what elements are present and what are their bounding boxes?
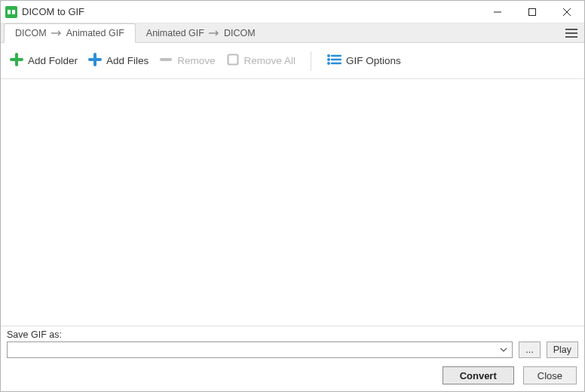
svg-point-20 bbox=[327, 58, 330, 61]
minus-icon bbox=[159, 53, 173, 69]
app-window: DICOM to GIF DICOM Animated GIF Animated… bbox=[0, 0, 585, 392]
square-icon bbox=[226, 53, 240, 69]
svg-rect-4 bbox=[529, 8, 536, 15]
save-path-combo[interactable] bbox=[7, 341, 513, 358]
button-label: GIF Options bbox=[346, 55, 401, 66]
tab-label-part: Animated GIF bbox=[146, 28, 204, 38]
close-window-button[interactable] bbox=[550, 1, 584, 23]
tab-label-part: DICOM bbox=[224, 28, 256, 38]
svg-rect-2 bbox=[12, 10, 15, 14]
svg-point-18 bbox=[327, 54, 330, 57]
button-label: Play bbox=[553, 345, 571, 355]
arrow-right-icon bbox=[51, 28, 62, 38]
plus-icon bbox=[88, 53, 102, 69]
tab-dicom-to-gif[interactable]: DICOM Animated GIF bbox=[4, 23, 136, 43]
tab-bar: DICOM Animated GIF Animated GIF DICOM bbox=[1, 23, 584, 43]
add-files-button[interactable]: Add Files bbox=[88, 53, 149, 69]
toolbar-separator bbox=[311, 51, 311, 71]
list-icon bbox=[326, 54, 342, 68]
remove-button[interactable]: Remove bbox=[159, 53, 215, 69]
button-label: Close bbox=[538, 370, 562, 381]
tab-label-part: DICOM bbox=[15, 28, 47, 38]
svg-rect-17 bbox=[228, 55, 237, 65]
menu-button[interactable] bbox=[559, 23, 584, 42]
button-label: Remove All bbox=[244, 55, 296, 66]
tab-label-part: Animated GIF bbox=[66, 28, 124, 38]
play-button[interactable]: Play bbox=[547, 341, 578, 358]
save-row: Save GIF as: ... Play bbox=[1, 326, 584, 364]
tab-gif-to-dicom[interactable]: Animated GIF DICOM bbox=[136, 23, 266, 42]
convert-button[interactable]: Convert bbox=[443, 366, 514, 384]
svg-rect-1 bbox=[8, 10, 11, 14]
save-controls: ... Play bbox=[7, 341, 578, 358]
save-label: Save GIF as: bbox=[7, 329, 578, 340]
arrow-right-icon bbox=[209, 28, 219, 38]
chevron-down-icon[interactable] bbox=[497, 343, 510, 357]
browse-button[interactable]: ... bbox=[519, 341, 540, 358]
svg-rect-0 bbox=[5, 6, 17, 18]
window-title: DICOM to GIF bbox=[22, 6, 84, 17]
remove-all-button[interactable]: Remove All bbox=[226, 53, 296, 69]
gif-options-button[interactable]: GIF Options bbox=[326, 54, 401, 68]
toolbar: Add Folder Add Files Remove Remove All bbox=[1, 43, 584, 79]
svg-point-22 bbox=[327, 62, 330, 65]
minimize-button[interactable] bbox=[480, 1, 515, 23]
footer-row: Convert Close bbox=[1, 364, 584, 391]
titlebar: DICOM to GIF bbox=[1, 1, 584, 23]
button-label: Add Folder bbox=[28, 55, 78, 66]
button-label: Remove bbox=[177, 55, 215, 66]
file-list-area[interactable] bbox=[1, 79, 584, 326]
add-folder-button[interactable]: Add Folder bbox=[10, 53, 78, 69]
button-label: Add Files bbox=[106, 55, 149, 66]
save-path-input[interactable] bbox=[8, 342, 497, 357]
maximize-button[interactable] bbox=[515, 1, 550, 23]
button-label: ... bbox=[525, 345, 533, 355]
button-label: Convert bbox=[460, 370, 497, 381]
plus-icon bbox=[10, 53, 23, 69]
close-button[interactable]: Close bbox=[523, 366, 577, 384]
app-icon bbox=[5, 6, 17, 18]
